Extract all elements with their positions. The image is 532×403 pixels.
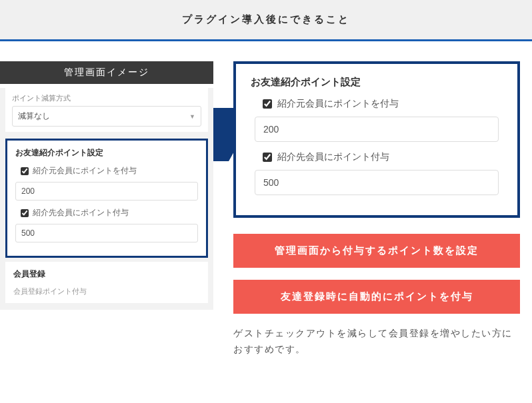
referee-checkbox-small[interactable] <box>21 209 29 217</box>
referrer-label-large: 紹介元会員にポイントを付与 <box>277 98 399 110</box>
point-calc-select[interactable]: 減算なし ▼ <box>12 106 201 127</box>
referrer-checkbox-large[interactable] <box>263 99 272 109</box>
member-registration-card: 会員登録 会員登録ポイント付与 <box>5 258 208 303</box>
point-calc-label: ポイント減算方式 <box>12 93 201 103</box>
content-area: 管理画面イメージ ポイント減算方式 減算なし ▼ お友達紹介ポイント設定 紹介元… <box>0 41 532 371</box>
referral-box-small: お友達紹介ポイント設定 紹介元会員にポイントを付与 200 紹介先会員にポイント… <box>5 139 208 258</box>
callout-auto-points: 友達登録時に自動的にポイントを付与 <box>233 280 520 314</box>
page-header-band: プラグイン導入後にできること <box>0 0 532 41</box>
referral-box-large: お友達紹介ポイント設定 紹介元会員にポイントを付与 200 紹介先会員にポイント… <box>233 61 520 218</box>
referee-checkbox-large[interactable] <box>263 153 272 162</box>
left-column: 管理画面イメージ ポイント減算方式 減算なし ▼ お友達紹介ポイント設定 紹介元… <box>0 61 213 358</box>
referral-title-large: お友達紹介ポイント設定 <box>251 76 503 89</box>
admin-panel-header: 管理画面イメージ <box>0 61 213 84</box>
admin-panel: ポイント減算方式 減算なし ▼ お友達紹介ポイント設定 紹介元会員にポイントを付… <box>0 88 213 310</box>
page-title: プラグイン導入後にできること <box>182 13 350 25</box>
referrer-checkbox-small[interactable] <box>21 167 29 175</box>
referee-label-small: 紹介先会員にポイント付与 <box>33 207 129 218</box>
referrer-label-small: 紹介元会員にポイントを付与 <box>33 165 137 177</box>
right-column: お友達紹介ポイント設定 紹介元会員にポイントを付与 200 紹介先会員にポイント… <box>233 61 532 358</box>
member-reg-title: 会員登録 <box>13 268 200 280</box>
referee-checkbox-row-large[interactable]: 紹介先会員にポイント付与 <box>251 151 503 163</box>
referrer-checkbox-row-large[interactable]: 紹介元会員にポイントを付与 <box>251 98 503 110</box>
referrer-value-input-large[interactable]: 200 <box>255 117 499 142</box>
referee-value-input-large[interactable]: 500 <box>255 170 499 195</box>
point-calc-block: ポイント減算方式 減算なし ▼ <box>5 88 208 132</box>
member-reg-line: 会員登録ポイント付与 <box>13 286 200 296</box>
referee-label-large: 紹介先会員にポイント付与 <box>277 151 389 163</box>
referee-checkbox-row-small[interactable]: 紹介先会員にポイント付与 <box>15 207 198 218</box>
referrer-checkbox-row-small[interactable]: 紹介元会員にポイントを付与 <box>15 165 198 177</box>
chevron-down-icon: ▼ <box>189 113 195 120</box>
admin-panel-title: 管理画面イメージ <box>64 67 149 77</box>
point-calc-value: 減算なし <box>18 111 50 122</box>
referee-value-input-small[interactable]: 500 <box>15 224 198 242</box>
referrer-value-input-small[interactable]: 200 <box>15 182 198 201</box>
description-text: ゲストチェックアウトを減らして会員登録を増やしたい方におすすめです。 <box>233 326 520 358</box>
referral-title-small: お友達紹介ポイント設定 <box>15 147 198 159</box>
callout-set-points: 管理画面から付与するポイント数を設定 <box>233 234 520 268</box>
